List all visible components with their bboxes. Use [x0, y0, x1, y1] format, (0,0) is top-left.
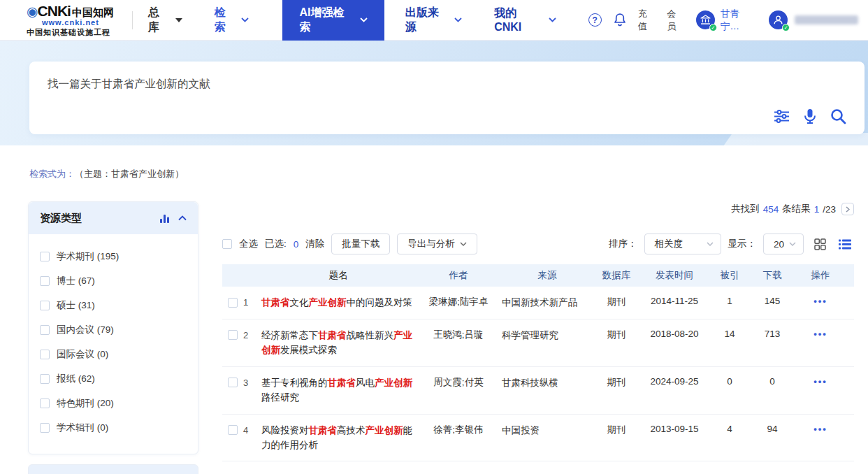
logo-brand-cn: 中国知网 [72, 7, 114, 18]
user-avatar[interactable]: ✓ [769, 10, 788, 29]
result-downloads[interactable]: 94 [749, 424, 795, 434]
resource-checkbox[interactable] [40, 325, 50, 335]
resource-checkbox[interactable] [40, 301, 50, 310]
result-downloads[interactable]: 713 [749, 329, 795, 339]
help-icon[interactable]: ? [588, 13, 602, 27]
result-title-link[interactable]: 风险投资对甘肃省高技术产业创新能力的作用分析 [260, 424, 417, 453]
nav-publish-source[interactable]: 出版来源 [405, 6, 462, 35]
result-downloads[interactable]: 0 [749, 376, 795, 387]
nav-ai-search-active[interactable]: AI增强检索 [282, 0, 384, 41]
result-cited[interactable]: 0 [710, 376, 749, 387]
result-more-button[interactable]: ••• [795, 376, 846, 387]
search-query-text[interactable]: 找一篇关于甘肃省产业创新的文献 [48, 77, 210, 92]
row-checkbox[interactable] [228, 378, 238, 387]
result-cited[interactable]: 14 [710, 329, 749, 339]
chevron-down-icon [360, 17, 368, 22]
resource-type-item[interactable]: 报纸 (62) [40, 366, 187, 391]
resource-type-label: 学术期刊 (195) [57, 250, 119, 263]
search-icon[interactable] [830, 108, 846, 124]
resource-type-item[interactable]: 国际会议 (0) [40, 342, 187, 366]
result-title-link[interactable]: 基于专利视角的甘肃省风电产业创新路径研究 [260, 376, 417, 405]
resource-checkbox[interactable] [40, 423, 50, 433]
resource-type-item[interactable]: 国内会议 (79) [40, 317, 187, 342]
top-nav-bar: ◉CNKi 中国知网 www.cnki.net 中国知识基础设施工程 总库 检索… [0, 0, 868, 41]
recharge-link[interactable]: 充值 [638, 8, 656, 33]
filter-settings-icon[interactable] [774, 110, 790, 123]
result-authors[interactable]: 周文霞;付英 [417, 376, 500, 389]
resource-checkbox[interactable] [40, 252, 50, 261]
select-all-checkbox[interactable] [222, 239, 232, 249]
batch-download-button[interactable]: 批量下载 [331, 234, 390, 254]
resource-type-panel: 资源类型 学术期刊 (195)博士 (67)硕士 (31)国内会议 (79)国际… [28, 201, 198, 454]
bank-icon [700, 15, 711, 25]
col-source: 来源 [500, 268, 594, 283]
chevron-down-icon [707, 242, 714, 247]
row-index: 2 [243, 330, 248, 340]
member-link[interactable]: 会员 [667, 8, 685, 33]
export-analyze-button[interactable]: 导出与分析 [397, 234, 477, 254]
filter-sidebar: 资源类型 学术期刊 (195)博士 (67)硕士 (31)国内会议 (79)国际… [28, 201, 198, 474]
institution-name[interactable]: 甘青宁… [721, 8, 758, 33]
row-checkbox[interactable] [228, 298, 238, 308]
select-all-label[interactable]: 全选 [239, 238, 258, 250]
resource-type-label: 硕士 (31) [57, 299, 95, 312]
total-pages: /23 [823, 204, 836, 215]
grid-view-icon[interactable] [811, 235, 829, 253]
result-more-button[interactable]: ••• [795, 329, 846, 339]
nav-my-cnki[interactable]: 我的CNKI [494, 6, 556, 34]
result-source[interactable]: 中国投资 [500, 424, 594, 438]
nav-jiansuo[interactable]: 检索 [215, 6, 249, 35]
search-icon-group [774, 108, 846, 124]
result-title-link[interactable]: 经济新常态下甘肃省战略性新兴产业创新发展模式探索 [260, 329, 417, 358]
resource-checkbox[interactable] [40, 398, 50, 408]
next-page-button[interactable] [841, 203, 854, 215]
current-page: 1 [814, 204, 820, 215]
result-authors[interactable]: 徐菁;李银伟 [417, 424, 500, 436]
result-title-link[interactable]: 甘肃省文化产业创新中的问题及对策 [260, 296, 417, 310]
list-view-icon-active[interactable] [836, 235, 854, 253]
microphone-icon[interactable] [804, 108, 816, 124]
chevron-down-icon [460, 242, 467, 247]
result-more-button[interactable]: ••• [795, 296, 846, 306]
username-redacted[interactable] [795, 15, 858, 24]
resource-type-item[interactable]: 学术辑刊 (0) [40, 415, 187, 440]
resource-checkbox[interactable] [40, 350, 50, 359]
search-input[interactable]: 找一篇关于甘肃省产业创新的文献 [29, 62, 865, 134]
nav-zongku[interactable]: 总库 [148, 6, 182, 35]
result-downloads[interactable]: 145 [749, 296, 795, 306]
resource-checkbox[interactable] [40, 374, 50, 384]
bar-chart-icon[interactable] [159, 213, 170, 224]
row-checkbox[interactable] [228, 330, 238, 340]
col-downloads: 下载 [749, 269, 795, 282]
sort-select[interactable]: 相关度 [644, 234, 721, 254]
resource-type-header[interactable]: 资源类型 [29, 202, 198, 234]
result-cited[interactable]: 4 [710, 424, 749, 434]
logo-url: www.cnki.net [42, 19, 122, 27]
resource-checkbox[interactable] [40, 276, 50, 286]
results-toolbar: 全选 已选: 0 清除 批量下载 导出与分析 排序： 相关度 显示： 20 [222, 234, 854, 254]
row-checkbox[interactable] [228, 425, 238, 435]
result-source[interactable]: 中国新技术新产品 [500, 296, 594, 310]
display-label: 显示： [728, 238, 757, 250]
resource-type-item[interactable]: 博士 (67) [40, 268, 187, 293]
resource-type-title: 资源类型 [40, 212, 82, 225]
result-source[interactable]: 甘肃科技纵横 [500, 376, 594, 391]
next-filter-panel-partial[interactable] [28, 464, 198, 474]
display-count-select[interactable]: 20 [763, 234, 804, 254]
result-more-button[interactable]: ••• [795, 424, 846, 434]
resource-type-item[interactable]: 特色期刊 (20) [40, 391, 187, 415]
resource-type-item[interactable]: 硕士 (31) [40, 293, 187, 317]
verified-badge-icon: ✓ [709, 24, 717, 31]
result-authors[interactable]: 梁琳娜;陆宇卓 [417, 296, 500, 308]
result-source[interactable]: 科学管理研究 [500, 329, 594, 343]
resource-type-label: 报纸 (62) [57, 373, 95, 385]
clear-button[interactable]: 清除 [305, 238, 324, 250]
result-authors[interactable]: 王晓鸿;吕璇 [417, 329, 500, 341]
resource-type-label: 特色期刊 (20) [57, 397, 114, 410]
chevron-up-icon[interactable] [178, 215, 187, 221]
result-cited[interactable]: 1 [710, 296, 749, 306]
bell-icon[interactable] [613, 13, 627, 27]
resource-type-item[interactable]: 学术期刊 (195) [40, 244, 187, 268]
institution-avatar[interactable]: ✓ [696, 10, 715, 29]
cnki-logo[interactable]: ◉CNKi 中国知网 www.cnki.net 中国知识基础设施工程 [27, 3, 122, 36]
